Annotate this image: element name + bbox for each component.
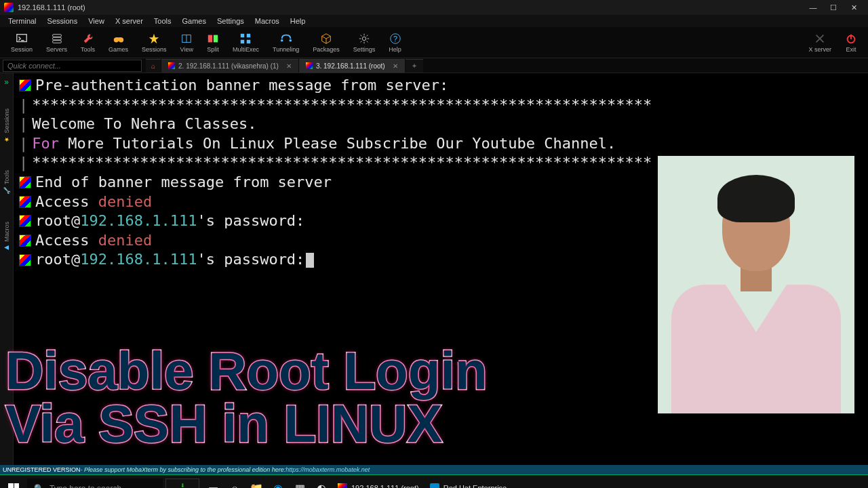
terminal-line: Access denied xyxy=(35,231,152,251)
minimize-button[interactable]: ― xyxy=(803,3,823,12)
toolbar-help[interactable]: ?Help xyxy=(382,31,408,54)
tab-session-2[interactable]: 3. 192.168.1.111 (root) ✕ xyxy=(299,59,405,73)
taskview-icon[interactable]: ▭ xyxy=(202,475,224,489)
moba-icon xyxy=(19,196,31,208)
taskbar-search[interactable]: 🔍Type here to search xyxy=(27,479,163,489)
toolbar-exit[interactable]: Exit xyxy=(838,31,864,54)
moba-icon xyxy=(19,254,31,266)
menu-terminal[interactable]: Terminal xyxy=(3,17,42,25)
multiexec-icon xyxy=(239,33,252,45)
start-button[interactable] xyxy=(0,475,27,489)
moba-icon xyxy=(19,235,31,247)
view-icon xyxy=(180,33,193,45)
chevron-right-icon[interactable]: » xyxy=(3,76,10,88)
terminal-line: End of banner message from server xyxy=(35,173,332,192)
menubar: Terminal Sessions View X server Tools Ga… xyxy=(0,15,868,27)
star-icon xyxy=(148,33,160,45)
home-icon: ⌂ xyxy=(151,62,155,70)
svg-rect-2 xyxy=(52,37,61,40)
menu-help[interactable]: Help xyxy=(285,17,311,25)
toolbar-settings[interactable]: Settings xyxy=(347,31,382,54)
toolbar-view[interactable]: View xyxy=(174,31,200,54)
search-icon: 🔍 xyxy=(34,484,44,489)
menu-view[interactable]: View xyxy=(83,17,110,25)
svg-rect-11 xyxy=(241,33,244,37)
app-icon[interactable]: ▦ xyxy=(289,475,311,489)
quickconnect-input[interactable] xyxy=(3,60,142,72)
statusbar: UNREGISTERED VERSION - Please support Mo… xyxy=(0,465,868,474)
sidetab-tools[interactable]: 🔧Tools xyxy=(3,163,10,201)
toolbar-packages[interactable]: Packages xyxy=(306,31,347,54)
menu-games[interactable]: Games xyxy=(177,17,212,25)
taskbar-item-rhel[interactable]: Red Hat Enterprise ... xyxy=(425,479,521,489)
plus-icon: ＋ xyxy=(411,61,418,70)
tab-session-1[interactable]: 2. 192.168.1.111 (vikasnehra) (1) ✕ xyxy=(161,59,298,73)
menu-tools[interactable]: Tools xyxy=(149,17,177,25)
unregistered-label: UNREGISTERED VERSION xyxy=(3,466,81,473)
status-link[interactable]: https://mobaxterm.mobatek.net xyxy=(285,466,370,473)
explorer-icon[interactable]: 📁 xyxy=(245,475,267,489)
toolbar-split[interactable]: Split xyxy=(200,31,226,54)
split-icon xyxy=(207,33,219,45)
tab-home[interactable]: ⌂ xyxy=(146,59,161,73)
terminal-line: Welcome To Nehra Classes. xyxy=(32,115,256,134)
svg-rect-6 xyxy=(116,37,121,41)
toolbar-multiexec[interactable]: MultiExec xyxy=(226,31,266,54)
side-tabs: » ★Sessions 🔧Tools ▶Macros xyxy=(0,73,14,465)
tunneling-icon xyxy=(280,33,292,45)
terminal-line: ****************************************… xyxy=(32,96,652,115)
terminal-line: Access denied xyxy=(35,192,152,212)
help-icon: ? xyxy=(389,33,401,45)
games-icon xyxy=(113,33,125,45)
maximize-button[interactable]: ☐ xyxy=(823,3,844,12)
toolbar-tools[interactable]: Tools xyxy=(74,31,102,54)
tools-icon xyxy=(82,33,94,45)
terminal-icon xyxy=(168,62,175,69)
menu-macros[interactable]: Macros xyxy=(250,17,285,25)
svg-rect-14 xyxy=(247,39,250,43)
menu-sessions[interactable]: Sessions xyxy=(42,17,83,25)
moba-icon xyxy=(19,176,31,188)
quickconnect-bar: ⌂ 2. 192.168.1.111 (vikasnehra) (1) ✕ 3.… xyxy=(0,58,868,73)
x-icon xyxy=(814,33,826,45)
terminal-line: root@192.168.1.111's password: xyxy=(35,211,304,231)
toolbar: Session Servers Tools Games Sessions Vie… xyxy=(0,27,868,58)
toolbar-session[interactable]: Session xyxy=(4,31,39,54)
power-icon xyxy=(845,33,857,45)
toolbar-xserver[interactable]: X server xyxy=(802,31,838,54)
svg-text:?: ? xyxy=(393,34,397,42)
windows-taskbar: 🔍Type here to search ⬇0.6 Kbps ▭ ○ 📁 ◉ ▦… xyxy=(0,474,868,488)
edge-icon[interactable]: ◉ xyxy=(267,475,289,489)
toolbar-tunneling[interactable]: Tunneling xyxy=(266,31,306,54)
servers-icon xyxy=(51,33,63,45)
network-monitor[interactable]: ⬇0.6 Kbps xyxy=(165,479,199,489)
sidetab-sessions[interactable]: ★Sessions xyxy=(3,102,10,150)
terminal-line: For More Tutorials On Linux Please Subsc… xyxy=(32,134,616,154)
close-icon[interactable]: ✕ xyxy=(393,62,398,70)
cortana-icon[interactable]: ○ xyxy=(224,475,245,489)
window-title: 192.168.1.111 (root) xyxy=(18,3,85,12)
menu-xserver[interactable]: X server xyxy=(110,17,149,25)
app-icon xyxy=(4,3,14,12)
toolbar-servers[interactable]: Servers xyxy=(39,31,74,54)
tabbar: ⌂ 2. 192.168.1.111 (vikasnehra) (1) ✕ 3.… xyxy=(146,58,424,73)
svg-rect-10 xyxy=(214,35,218,42)
close-button[interactable]: ✕ xyxy=(844,3,864,12)
terminal-line: Pre-authentication banner message from s… xyxy=(35,76,448,96)
sidetab-macros[interactable]: ▶Macros xyxy=(3,215,10,258)
taskbar-item-moba[interactable]: 192.168.1.111 (root) xyxy=(332,479,425,489)
close-icon[interactable]: ✕ xyxy=(286,62,292,70)
terminal-line: root@192.168.1.111's password: xyxy=(35,250,314,270)
toolbar-games[interactable]: Games xyxy=(102,31,135,54)
toolbar-sessions[interactable]: Sessions xyxy=(135,31,174,54)
windows-icon xyxy=(8,483,19,489)
menu-settings[interactable]: Settings xyxy=(212,17,250,25)
terminal-icon xyxy=(306,62,313,69)
tab-add[interactable]: ＋ xyxy=(406,59,423,73)
chrome-icon[interactable]: ◐ xyxy=(311,475,332,489)
presenter-photo xyxy=(658,156,854,413)
terminal-line: ****************************************… xyxy=(32,153,652,173)
svg-rect-13 xyxy=(241,39,244,43)
terminal-cursor xyxy=(306,253,314,268)
gear-icon xyxy=(358,33,370,45)
